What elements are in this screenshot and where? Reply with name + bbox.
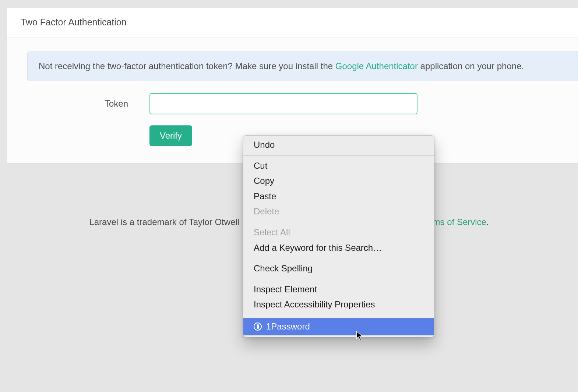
menu-item-copy[interactable]: Copy: [243, 173, 434, 189]
menu-separator: [243, 315, 434, 315]
card-header: Two Factor Authentication: [7, 8, 578, 38]
menu-item-label: 1Password: [266, 320, 310, 333]
menu-item-label: Paste: [254, 191, 276, 201]
menu-item-label: Undo: [254, 140, 275, 150]
menu-item-inspect-accessibility-properties[interactable]: Inspect Accessibility Properties: [243, 297, 434, 312]
card-title: Two Factor Authentication: [21, 17, 564, 28]
menu-group: Inspect ElementInspect Accessibility Pro…: [243, 280, 434, 314]
menu-item-check-spelling[interactable]: Check Spelling: [243, 261, 434, 276]
menu-item-label: Inspect Element: [254, 284, 317, 294]
footer-period: .: [486, 217, 489, 227]
menu-separator: [243, 222, 434, 222]
onepassword-icon: [254, 322, 262, 331]
menu-group: Check Spelling: [243, 259, 434, 278]
info-alert: Not receiving the two-factor authenticat…: [27, 51, 578, 81]
menu-separator: [243, 258, 434, 258]
menu-item-1password[interactable]: 1Password: [243, 318, 434, 335]
menu-group: CutCopyPasteDelete: [243, 157, 434, 221]
menu-group: Select AllAdd a Keyword for this Search…: [243, 223, 434, 257]
menu-item-label: Delete: [254, 206, 279, 216]
verify-button[interactable]: Verify: [149, 125, 192, 146]
menu-separator: [243, 155, 434, 156]
menu-item-select-all: Select All: [243, 225, 434, 240]
alert-text-suffix: application on your phone.: [418, 61, 524, 71]
token-label: Token: [21, 99, 149, 109]
footer-text-prefix: Laravel is a trademark of Taylor Otwell: [89, 217, 239, 227]
menu-group: Undo: [243, 136, 434, 154]
menu-item-add-a-keyword-for-this-search[interactable]: Add a Keyword for this Search…: [243, 240, 434, 256]
token-input[interactable]: [149, 93, 417, 114]
menu-item-paste[interactable]: Paste: [243, 189, 434, 204]
menu-item-label: Inspect Accessibility Properties: [254, 299, 375, 309]
menu-item-cut[interactable]: Cut: [243, 158, 434, 174]
google-authenticator-link[interactable]: Google Authenticator: [335, 61, 418, 71]
context-menu: UndoCutCopyPasteDeleteSelect AllAdd a Ke…: [243, 135, 434, 337]
menu-item-label: Select All: [254, 227, 290, 237]
menu-item-label: Check Spelling: [254, 263, 313, 273]
menu-item-undo[interactable]: Undo: [243, 137, 434, 153]
menu-separator: [243, 279, 434, 279]
menu-item-label: Copy: [254, 176, 274, 186]
menu-item-label: Add a Keyword for this Search…: [254, 243, 382, 253]
menu-item-delete: Delete: [243, 204, 434, 219]
menu-item-inspect-element[interactable]: Inspect Element: [243, 282, 434, 297]
menu-group: 1Password: [243, 316, 434, 337]
token-row: Token: [21, 93, 578, 114]
alert-text-prefix: Not receiving the two-factor authenticat…: [39, 61, 335, 71]
menu-item-label: Cut: [254, 161, 267, 171]
